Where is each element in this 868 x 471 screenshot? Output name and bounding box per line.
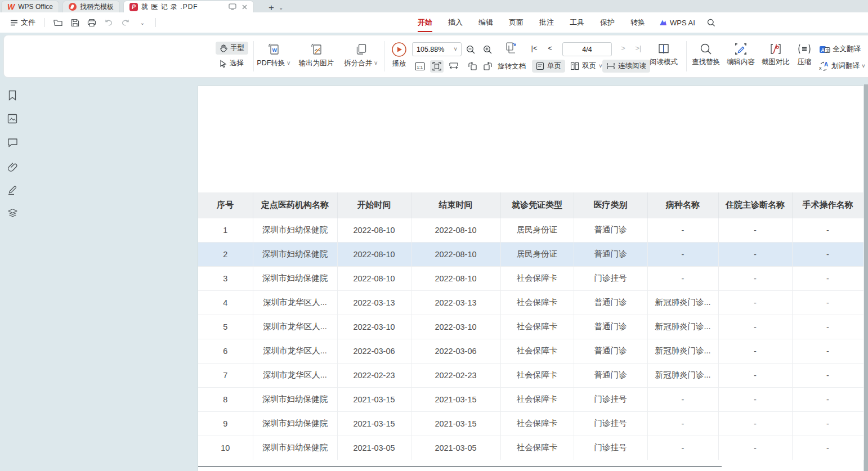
open-file-button[interactable] <box>51 16 65 29</box>
menu-page[interactable]: 页面 <box>501 14 531 31</box>
table-cell: 2022-03-13 <box>337 290 411 315</box>
tab-wps-office[interactable]: W WPS Office <box>1 1 59 12</box>
menu-items: 开始 插入 编辑 页面 批注 工具 保护 转换 WPS AI <box>410 14 719 31</box>
redo-button[interactable] <box>118 16 133 29</box>
pdf-file-icon: P <box>129 3 138 11</box>
single-page-icon <box>536 62 544 70</box>
menu-home[interactable]: 开始 <box>410 14 440 31</box>
screenshot-compare-button[interactable]: 截图对比 <box>759 42 792 67</box>
table-cell: - <box>647 218 718 242</box>
pdf-convert-button[interactable]: W PDF转换 ˅ <box>255 42 292 68</box>
find-replace-icon <box>699 42 713 56</box>
word-translate-label: 划词翻译 <box>831 61 860 71</box>
export-image-label: 输出为图片 <box>299 59 334 68</box>
table-cell: 门诊挂号 <box>574 436 647 460</box>
search-menu-icon[interactable] <box>704 16 719 29</box>
table-cell: - <box>647 411 718 436</box>
table-cell: 3 <box>198 266 253 290</box>
table-cell: 5 <box>198 315 253 339</box>
word-translate-button[interactable]: x A 划词翻译 ˅ <box>819 61 865 71</box>
zoom-out-button[interactable] <box>463 43 478 56</box>
menu-edit[interactable]: 编辑 <box>471 14 501 31</box>
wps-ai-button[interactable]: WPS AI <box>653 19 701 27</box>
undo-button[interactable] <box>101 16 116 29</box>
hamburger-icon <box>10 20 18 26</box>
zoom-level-select[interactable]: 105.88% ˅ <box>412 42 462 56</box>
rotate-document-button[interactable]: 旋转文档 <box>498 62 526 71</box>
rotate-right-button[interactable] <box>481 60 495 73</box>
table-cell: 2021-03-05 <box>337 436 411 460</box>
table-cell: - <box>647 266 718 290</box>
table-row[interactable]: 2深圳市妇幼保健院2022-08-102022-08-10居民身份证普通门诊--… <box>198 242 863 266</box>
table-cell: - <box>718 266 792 290</box>
last-page-button[interactable]: >| <box>633 44 643 52</box>
table-cell: 2021-03-15 <box>337 387 411 411</box>
tab-list-chevron-icon[interactable]: ⌄ <box>279 5 283 11</box>
wps-ai-icon <box>659 19 667 26</box>
chevron-down-icon: ˅ <box>862 63 865 69</box>
fit-width-button[interactable] <box>447 60 460 73</box>
play-button[interactable]: 播放 <box>387 42 411 69</box>
new-tab-button[interactable]: + <box>269 3 274 12</box>
screenshot-compare-icon <box>769 42 782 56</box>
menu-convert[interactable]: 转换 <box>623 14 653 31</box>
full-translate-button[interactable]: A 文 全文翻译 <box>819 44 861 54</box>
table-cell: 6 <box>198 339 253 363</box>
swap-pages-button[interactable] <box>504 41 518 55</box>
actual-size-button[interactable]: 1:1 <box>413 60 427 73</box>
menu-protect[interactable]: 保护 <box>592 14 623 31</box>
menu-insert[interactable]: 插入 <box>440 14 471 31</box>
split-merge-button[interactable]: 拆分合并 ˅ <box>341 42 381 68</box>
read-mode-button[interactable]: 阅读模式 <box>647 42 680 67</box>
table-cell: 9 <box>198 411 253 436</box>
table-row[interactable]: 8深圳市妇幼保健院2021-03-152021-03-15社会保障卡门诊挂号--… <box>198 387 863 411</box>
vertical-scrollbar[interactable] <box>864 84 868 471</box>
table-cell: 深圳市龙华区人... <box>253 339 337 363</box>
hand-tool-button[interactable]: 手型 <box>216 42 248 55</box>
select-tool-button[interactable]: 选择 <box>216 57 248 70</box>
table-row[interactable]: 4深圳市龙华区人...2022-03-132022-03-13社会保障卡普通门诊… <box>198 290 863 315</box>
save-button[interactable] <box>68 16 82 29</box>
fit-page-button[interactable] <box>430 60 444 73</box>
menu-tools[interactable]: 工具 <box>562 14 592 31</box>
table-cell: 新冠肺炎门诊... <box>647 363 718 387</box>
table-row[interactable]: 3深圳市妇幼保健院2022-08-102022-08-10社会保障卡门诊挂号--… <box>198 266 863 290</box>
single-page-button[interactable]: 单页 <box>532 60 565 73</box>
continuous-read-button[interactable]: 连续阅读 <box>602 60 650 73</box>
compress-button[interactable]: 压缩 <box>794 42 815 67</box>
menu-comment[interactable]: 批注 <box>531 14 562 31</box>
tab-docer-templates[interactable]: 找稻壳模板 <box>62 1 120 12</box>
table-row[interactable]: 10深圳市妇幼保健院2021-03-052021-03-05社会保障卡门诊挂号-… <box>198 436 863 460</box>
first-page-button[interactable]: |< <box>529 44 539 52</box>
table-cell: - <box>647 242 718 266</box>
print-button[interactable] <box>84 16 99 29</box>
double-page-button[interactable]: 双页 ˅ <box>566 60 606 73</box>
export-image-button[interactable]: 输出为图片 <box>294 42 339 68</box>
table-row[interactable]: 6深圳市龙华区人...2022-03-062022-03-06社会保障卡普通门诊… <box>198 339 863 363</box>
table-cell: - <box>792 339 863 363</box>
column-header: 手术操作名称 <box>792 192 863 218</box>
table-row[interactable]: 1深圳市妇幼保健院2022-08-102022-08-10居民身份证普通门诊--… <box>198 218 863 242</box>
page-number-input[interactable]: 4/4 <box>562 42 612 56</box>
table-row[interactable]: 5深圳市龙华区人...2022-03-102022-03-10社会保障卡普通门诊… <box>198 315 863 339</box>
column-header: 住院主诊断名称 <box>718 192 792 218</box>
table-row[interactable]: 7深圳市龙华区人...2022-02-232022-02-23社会保障卡普通门诊… <box>198 363 863 387</box>
close-tab-icon[interactable] <box>241 4 248 10</box>
table-cell: 7 <box>198 363 253 387</box>
find-replace-button[interactable]: 查找替换 <box>690 42 722 67</box>
file-menu-button[interactable]: 文件 <box>7 15 39 30</box>
column-header: 开始时间 <box>337 192 411 218</box>
edit-content-button[interactable]: 编辑内容 <box>724 42 757 67</box>
monitor-icon[interactable] <box>229 3 236 10</box>
tab-medical-record-pdf[interactable]: P 就 医 记 录 .PDF <box>123 1 254 12</box>
rotate-left-button[interactable] <box>466 60 479 73</box>
previous-page-button[interactable]: < <box>545 44 555 52</box>
table-row[interactable]: 9深圳市妇幼保健院2021-03-152021-03-15社会保障卡门诊挂号--… <box>198 411 863 436</box>
table-cell: 2022-03-10 <box>337 315 411 339</box>
table-cell: 2021-03-05 <box>411 436 500 460</box>
document-viewport[interactable]: 序号定点医药机构名称开始时间结束时间就诊凭证类型医疗类别病种名称住院主诊断名称手… <box>0 79 868 471</box>
zoom-in-button[interactable] <box>480 43 495 56</box>
svg-text:x: x <box>819 65 822 71</box>
more-quick-actions-chevron-icon[interactable]: ⌄ <box>135 16 150 29</box>
next-page-button[interactable]: > <box>618 44 628 52</box>
